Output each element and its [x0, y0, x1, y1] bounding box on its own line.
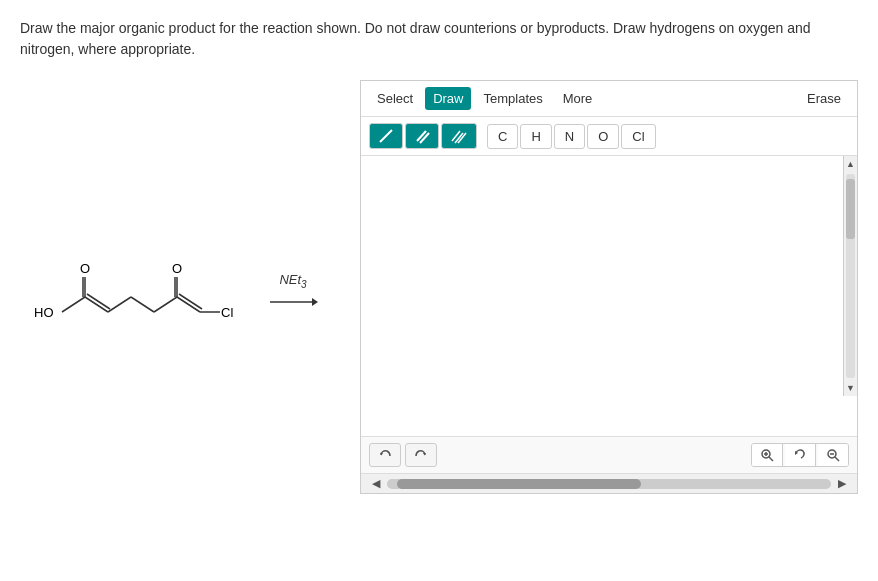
- svg-marker-18: [312, 298, 318, 306]
- redo-button[interactable]: [405, 443, 437, 467]
- svg-line-8: [131, 297, 154, 312]
- undo-button[interactable]: [369, 443, 401, 467]
- vertical-scrollbar: ▲ ▼: [843, 156, 857, 396]
- vscroll-up-button[interactable]: ▲: [844, 156, 857, 172]
- svg-line-7: [108, 297, 131, 312]
- svg-line-1: [62, 297, 85, 312]
- templates-button[interactable]: Templates: [475, 87, 550, 110]
- reaction-arrow-label: NEt3: [268, 272, 318, 312]
- reagent-label: NEt3: [279, 272, 306, 290]
- more-button[interactable]: More: [555, 87, 601, 110]
- toolbar: Select Draw Templates More Erase: [361, 81, 857, 117]
- single-bond-button[interactable]: [369, 123, 403, 149]
- svg-line-19: [380, 130, 392, 142]
- nitrogen-button[interactable]: N: [554, 124, 585, 149]
- draw-button[interactable]: Draw: [425, 87, 471, 110]
- svg-line-28: [769, 457, 773, 461]
- svg-line-21: [420, 133, 429, 143]
- hscroll-left-button[interactable]: ◀: [369, 477, 383, 490]
- oxygen-button[interactable]: O: [587, 124, 619, 149]
- svg-line-11: [179, 294, 202, 309]
- redo-icon: [414, 448, 428, 462]
- svg-line-33: [835, 457, 839, 461]
- svg-text:O: O: [172, 261, 182, 276]
- svg-line-3: [87, 294, 110, 309]
- zoom-in-icon: [760, 448, 774, 462]
- hscroll-right-button[interactable]: ▶: [835, 477, 849, 490]
- svg-line-2: [85, 297, 108, 312]
- erase-button[interactable]: Erase: [799, 87, 849, 110]
- single-bond-icon: [378, 128, 394, 144]
- svg-line-22: [452, 131, 460, 141]
- bottom-toolbar: [361, 436, 857, 473]
- svg-text:Cl: Cl: [221, 305, 233, 320]
- reaction-container: HO O: [30, 227, 318, 357]
- triple-bond-icon: [450, 128, 468, 144]
- instruction-line1: Draw the major organic product for the r…: [20, 20, 811, 36]
- bond-atom-toolbar: C H N O Cl: [361, 117, 857, 156]
- double-bond-icon: [414, 128, 430, 144]
- svg-text:O: O: [80, 261, 90, 276]
- svg-text:HO: HO: [34, 305, 54, 320]
- zoom-reset-icon: [793, 448, 807, 462]
- molecule-svg: HO O: [30, 227, 250, 357]
- instructions: Draw the major organic product for the r…: [0, 0, 860, 70]
- hscroll-thumb[interactable]: [397, 479, 641, 489]
- left-panel: HO O: [20, 80, 360, 494]
- hydrogen-button[interactable]: H: [520, 124, 551, 149]
- vscroll-down-button[interactable]: ▼: [844, 380, 857, 396]
- vscroll-track: [846, 174, 855, 378]
- svg-line-20: [417, 131, 426, 141]
- triple-bond-button[interactable]: [441, 123, 477, 149]
- horizontal-scrollbar: ◀ ▶: [361, 473, 857, 493]
- svg-line-10: [177, 297, 200, 312]
- drawing-panel: Select Draw Templates More Erase: [360, 80, 858, 494]
- svg-line-9: [154, 297, 177, 312]
- reaction-arrow: [268, 292, 318, 312]
- double-bond-button[interactable]: [405, 123, 439, 149]
- draw-canvas[interactable]: ▲ ▼: [361, 156, 857, 436]
- hscroll-track: [387, 479, 831, 489]
- undo-icon: [378, 448, 392, 462]
- chlorine-button[interactable]: Cl: [621, 124, 655, 149]
- zoom-out-icon: [826, 448, 840, 462]
- zoom-out-button[interactable]: [818, 444, 848, 466]
- vscroll-thumb[interactable]: [846, 179, 855, 239]
- zoom-controls: [751, 443, 849, 467]
- zoom-reset-button[interactable]: [785, 444, 816, 466]
- instruction-line2: nitrogen, where appropriate.: [20, 41, 195, 57]
- zoom-in-button[interactable]: [752, 444, 783, 466]
- select-button[interactable]: Select: [369, 87, 421, 110]
- main-layout: HO O: [0, 70, 878, 504]
- carbon-button[interactable]: C: [487, 124, 518, 149]
